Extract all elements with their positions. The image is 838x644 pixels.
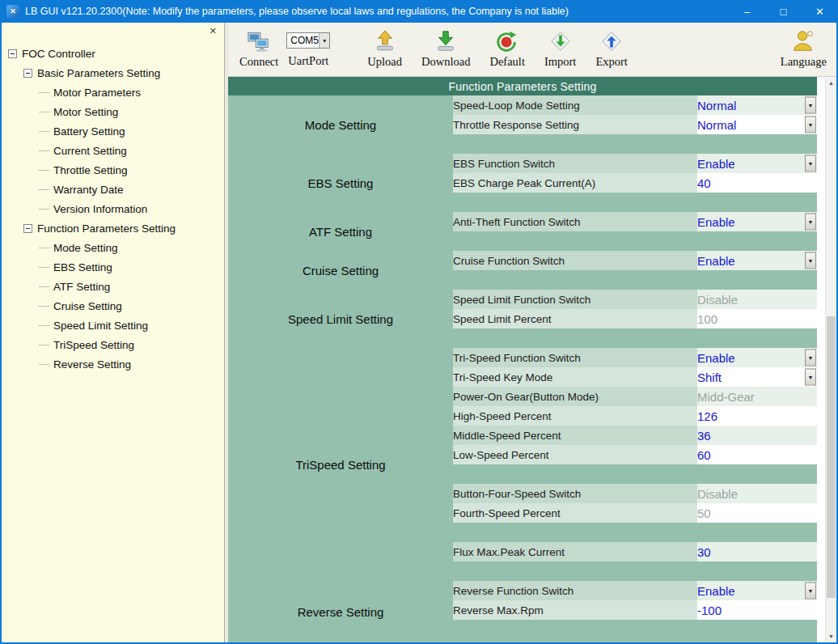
tree-item-battery-setting[interactable]: Battery Setting [6,121,224,141]
close-button[interactable]: ✕ [802,0,838,23]
maximize-button[interactable]: □ [765,0,802,23]
param-value-reverse-function-switch[interactable]: Enable▼ [697,581,817,600]
tree-item-trispeed-setting[interactable]: TriSpeed Setting [6,335,224,354]
param-value-reverse-max-rpm[interactable]: -100 [697,600,817,620]
dropdown-arrow-icon[interactable]: ▼ [805,155,816,172]
tree-item-speed-limit-setting[interactable]: Speed Limit Setting [6,316,224,335]
tree-item-cruise-setting[interactable]: Cruise Setting [6,296,224,316]
param-value-cruise-function-switch[interactable]: Enable▼ [697,251,817,270]
param-value-throttle-response-setting[interactable]: Normal▼ [697,115,817,134]
tree-item-motor-setting[interactable]: Motor Setting [6,102,224,121]
param-value-tri-speed-key-mode[interactable]: Shift▼ [697,367,817,387]
tree-item-reverse-setting[interactable]: Reverse Setting [6,354,224,374]
export-button[interactable]: Export [595,28,627,69]
param-value-tri-speed-function-switch[interactable]: Enable▼ [697,348,817,367]
download-button[interactable]: Download [421,28,470,69]
tree-item-label: Cruise Setting [53,300,122,312]
connect-button[interactable]: Connect [239,28,278,69]
tree-connector [39,209,49,210]
spacer-cell [453,328,817,348]
spacer-cell [453,561,817,581]
table-row: ATF SettingAnti-Theft Function SwitchEna… [228,212,817,231]
param-value-anti-theft-function-switch[interactable]: Enable▼ [697,212,817,231]
connect-label: Connect [239,55,278,69]
dropdown-arrow-icon[interactable]: ▼ [805,97,816,114]
scrollbar-track[interactable] [826,89,836,630]
collapse-minus-icon[interactable] [23,224,32,233]
dropdown-arrow-icon[interactable]: ▼ [805,214,816,231]
tree-item-atf-setting[interactable]: ATF Setting [6,277,224,296]
toolbar: Connect COM5 ▼ UartPort Upload [228,23,836,77]
scroll-down-icon[interactable]: ▼ [826,630,836,642]
param-name-button-four-speed-switch: Button-Four-Speed Switch [453,484,697,503]
param-value-high-speed-percent[interactable]: 126 [697,406,817,426]
param-value-ebs-charge-peak-current-a[interactable]: 40 [697,173,817,193]
param-value-low-speed-percent[interactable]: 60 [697,445,817,464]
tree-item-warranty-date[interactable]: Warranty Date [6,180,224,199]
dropdown-arrow-icon[interactable]: ▼ [805,583,816,600]
upload-label: Upload [367,55,402,69]
upload-button[interactable]: Upload [367,28,402,69]
scrollbar-thumb[interactable] [827,316,836,598]
table-body: Mode SettingSpeed-Loop Mode SettingNorma… [228,95,817,642]
spacer-cell [453,523,817,542]
param-name-speed-limit-function-switch: Speed Limit Function Switch [453,290,697,309]
collapse-minus-icon[interactable] [23,69,32,78]
tree-item-motor-parameters[interactable]: Motor Parameters [6,83,224,102]
upload-icon [372,28,398,54]
tree-connector [39,364,49,365]
group-label-speed-limit-setting: Speed Limit Setting [228,290,453,348]
collapse-minus-icon[interactable] [8,49,17,58]
tree-item-current-setting[interactable]: Current Setting [6,141,224,160]
param-name-middle-speed-percent: Middle-Speed Percent [453,426,697,445]
tree-connector [39,248,49,248]
value-text: Enable [697,215,735,229]
tree-item-label: Speed Limit Setting [53,320,148,332]
chevron-down-icon[interactable]: ▼ [319,33,329,48]
dropdown-arrow-icon[interactable]: ▼ [805,117,816,133]
dropdown-arrow-icon[interactable]: ▼ [805,350,816,366]
dropdown-arrow-icon[interactable]: ▼ [805,252,816,269]
tree-item-label: EBS Setting [53,261,112,273]
spacer-cell [453,620,817,642]
language-button[interactable]: Language [781,28,827,69]
param-value-flux-max-peak-current[interactable]: 30 [697,542,817,561]
import-button[interactable]: Import [544,28,576,69]
value-text: -100 [697,604,722,617]
uartport-group: COM5 ▼ UartPort [286,28,330,68]
tree-item-basic-parameters-setting[interactable]: Basic Parameters Setting [6,63,224,83]
spacer-cell [453,270,817,290]
tree-item-foc-controller[interactable]: FOC Controller [6,44,224,63]
table-header: Function Parameters Setting [228,77,817,95]
app-icon: ✕ [6,5,19,18]
value-text: 50 [697,506,711,520]
panel-close-icon[interactable]: ✕ [210,27,217,36]
tree-item-ebs-setting[interactable]: EBS Setting [6,257,224,277]
param-value-speed-loop-mode-setting[interactable]: Normal▼ [697,95,817,115]
import-label: Import [544,55,576,69]
tree-item-function-parameters-setting[interactable]: Function Parameters Setting [6,218,224,238]
tree-item-throttle-setting[interactable]: Throttle Setting [6,160,224,180]
table-row: Cruise SettingCruise Function SwitchEnab… [228,251,817,270]
import-icon [548,28,573,54]
value-text: Enable [697,254,735,268]
vertical-scrollbar[interactable]: ▲ ▼ [825,77,836,642]
tree-connector [39,306,49,307]
spacer-cell [453,193,817,212]
param-name-speed-limit-percent: Speed Limit Percent [453,309,697,328]
tree-item-mode-setting[interactable]: Mode Setting [6,238,224,257]
group-label-atf-setting: ATF Setting [228,212,453,251]
connect-icon [246,28,272,54]
param-value-middle-speed-percent[interactable]: 36 [697,426,817,445]
dropdown-arrow-icon[interactable]: ▼ [805,369,816,386]
value-text: Normal [697,99,736,112]
minimize-button[interactable]: – [729,0,765,23]
group-label-trispeed-setting: TriSpeed Setting [228,348,453,581]
scroll-up-icon[interactable]: ▲ [826,77,836,89]
value-text: 100 [697,312,717,326]
param-value-ebs-function-switch[interactable]: Enable▼ [697,154,817,173]
com-port-select[interactable]: COM5 ▼ [286,32,330,49]
default-button[interactable]: Default [489,28,524,69]
tree-item-version-information[interactable]: Version Information [6,199,224,218]
param-name-ebs-charge-peak-current-a: EBS Charge Peak Current(A) [453,173,697,193]
